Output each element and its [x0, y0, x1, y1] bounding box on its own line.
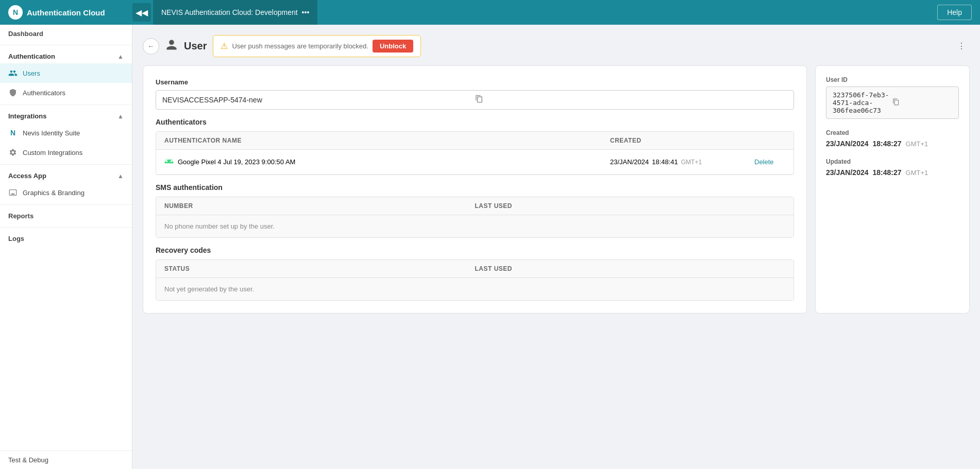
- sidebar-divider-5: [0, 227, 132, 228]
- sidebar-item-custom-integrations-label: Custom Integrations: [23, 149, 82, 157]
- recovery-codes-section-title: Recovery codes: [156, 246, 794, 254]
- auth-created-cell: 23/JAN/2024 18:48:41 GMT+1: [610, 158, 754, 166]
- updated-time: 18:48:27: [873, 168, 902, 177]
- username-label: Username: [156, 78, 794, 86]
- sidebar-item-reports[interactable]: Reports: [0, 207, 132, 225]
- brand: N Authentication Cloud: [0, 5, 132, 20]
- sms-empty-row: No phone number set up by the user.: [156, 215, 793, 237]
- shield-icon: [8, 88, 18, 97]
- section-label-integrations: Integrations: [8, 112, 46, 120]
- chevron-up-icon-2: ▲: [117, 113, 124, 120]
- user-id-section: User ID 3237506f-7eb3-4571-adca-306feae0…: [826, 76, 959, 119]
- chevron-up-icon-3: ▲: [117, 172, 124, 180]
- created-tz: GMT+1: [906, 140, 928, 148]
- more-options-button[interactable]: ⋮: [953, 38, 970, 55]
- auth-table-row: Google Pixel 4 Jul 19, 2023 9:00:50 AM 2…: [156, 150, 793, 175]
- copy-user-id-button[interactable]: [892, 98, 952, 108]
- section-label-authentication: Authentication: [8, 53, 55, 60]
- active-tab[interactable]: NEVIS Authentication Cloud: Development …: [153, 0, 317, 25]
- sidebar-item-nevis-label: Nevis Identity Suite: [23, 129, 80, 137]
- sidebar-divider-4: [0, 204, 132, 205]
- auth-col-action: [754, 137, 785, 144]
- main-layout: Dashboard Authentication ▲ Users Authent…: [0, 25, 980, 469]
- updated-date: 23/JAN/2024: [826, 168, 869, 177]
- recovery-col-status: STATUS: [164, 265, 475, 272]
- more-dots-icon: ⋮: [957, 41, 966, 51]
- recovery-table: STATUS LAST USED Not yet generated by th…: [156, 259, 794, 301]
- page-header: ← User ⚠ User push messages are temporar…: [143, 35, 970, 57]
- created-time: 18:48:27: [873, 140, 902, 148]
- section-label-access-app: Access App: [8, 172, 46, 180]
- authenticators-section-title: Authenticators: [156, 118, 794, 126]
- sidebar-divider-1: [0, 45, 132, 45]
- sidebar-item-dashboard[interactable]: Dashboard: [0, 25, 132, 43]
- sms-table-header: NUMBER LAST USED: [156, 197, 793, 215]
- username-field: NEVISACCESSAPP-5474-new: [156, 90, 794, 110]
- updated-section: Updated 23/JAN/2024 18:48:27 GMT+1: [826, 158, 959, 177]
- updated-label: Updated: [826, 158, 959, 165]
- sms-table: NUMBER LAST USED No phone number set up …: [156, 197, 794, 238]
- content-area: ← User ⚠ User push messages are temporar…: [132, 25, 980, 469]
- recovery-col-last-used: LAST USED: [475, 265, 786, 272]
- sidebar-item-nevis-identity-suite[interactable]: N Nevis Identity Suite: [0, 123, 132, 143]
- help-button[interactable]: Help: [937, 5, 972, 20]
- unblock-button[interactable]: Unblock: [373, 40, 413, 53]
- auth-col-name: AUTHENTICATOR NAME: [164, 137, 610, 144]
- back-button[interactable]: ←: [143, 38, 159, 55]
- auth-name-cell: Google Pixel 4 Jul 19, 2023 9:00:50 AM: [164, 156, 610, 168]
- arrow-left-icon: ←: [147, 42, 154, 50]
- meta-panel: User ID 3237506f-7eb3-4571-adca-306feae0…: [815, 65, 970, 314]
- user-id-label: User ID: [826, 76, 959, 83]
- alert-message: User push messages are temporarily block…: [232, 42, 368, 50]
- sidebar-item-authenticators-label: Authenticators: [23, 89, 65, 97]
- android-icon: [164, 156, 174, 168]
- auth-created-time: 18:48:41: [652, 158, 678, 166]
- auth-table-header: AUTHENTICATOR NAME CREATED: [156, 132, 793, 150]
- updated-tz: GMT+1: [906, 169, 928, 177]
- tab-dots: •••: [302, 8, 310, 16]
- auth-device-name: Google Pixel 4 Jul 19, 2023 9:00:50 AM: [178, 158, 295, 166]
- alert-banner: ⚠ User push messages are temporarily blo…: [213, 35, 421, 57]
- brand-title: Authentication Cloud: [27, 8, 105, 17]
- recovery-empty-row: Not yet generated by the user.: [156, 278, 793, 300]
- users-icon: [8, 68, 18, 78]
- user-id-field: 3237506f-7eb3-4571-adca-306feae06c73: [826, 86, 959, 119]
- sidebar-item-authenticators[interactable]: Authenticators: [0, 83, 132, 102]
- sidebar-item-logs[interactable]: Logs: [0, 230, 132, 248]
- sidebar-section-access-app[interactable]: Access App ▲: [0, 167, 132, 183]
- sidebar-item-users[interactable]: Users: [0, 63, 132, 83]
- sms-col-last-used: LAST USED: [475, 202, 786, 210]
- top-nav-right: Help: [937, 5, 980, 20]
- nevis-icon: N: [8, 128, 18, 137]
- sidebar-item-users-label: Users: [23, 70, 40, 77]
- content-grid: Username NEVISACCESSAPP-5474-new Authent…: [143, 65, 970, 314]
- created-date: 23/JAN/2024: [826, 140, 869, 148]
- created-value-row: 23/JAN/2024 18:48:27 GMT+1: [826, 140, 959, 148]
- sidebar-section-authentication[interactable]: Authentication ▲: [0, 47, 132, 63]
- authenticators-table: AUTHENTICATOR NAME CREATED Google Pixel …: [156, 131, 794, 175]
- copy-username-button[interactable]: [475, 95, 788, 105]
- updated-value-row: 23/JAN/2024 18:48:27 GMT+1: [826, 168, 959, 177]
- auth-created-date: 23/JAN/2024: [610, 158, 649, 166]
- sidebar-item-custom-integrations[interactable]: Custom Integrations: [0, 143, 132, 162]
- chevron-up-icon: ▲: [117, 53, 124, 60]
- user-card: Username NEVISACCESSAPP-5474-new Authent…: [143, 65, 807, 314]
- sms-col-number: NUMBER: [164, 202, 475, 210]
- auth-created-tz: GMT+1: [681, 159, 702, 166]
- sidebar-section-integrations[interactable]: Integrations ▲: [0, 107, 132, 123]
- auth-col-created: CREATED: [610, 137, 754, 144]
- user-id-value: 3237506f-7eb3-4571-adca-306feae06c73: [833, 91, 892, 114]
- sms-auth-section-title: SMS authentication: [156, 183, 794, 192]
- sidebar-divider-2: [0, 105, 132, 105]
- delete-auth-button[interactable]: Delete: [754, 158, 785, 166]
- created-label: Created: [826, 129, 959, 136]
- sidebar-item-graphics-label: Graphics & Branding: [23, 189, 85, 197]
- recovery-table-header: STATUS LAST USED: [156, 260, 793, 278]
- warning-icon: ⚠: [221, 41, 228, 51]
- sidebar-item-test-debug[interactable]: Test & Debug: [0, 450, 132, 469]
- brand-logo: N: [8, 5, 23, 20]
- sidebar-item-graphics-branding[interactable]: Graphics & Branding: [0, 183, 132, 202]
- created-section: Created 23/JAN/2024 18:48:27 GMT+1: [826, 129, 959, 148]
- page-title: User: [184, 40, 207, 52]
- collapse-sidebar-button[interactable]: ◀◀: [132, 3, 151, 22]
